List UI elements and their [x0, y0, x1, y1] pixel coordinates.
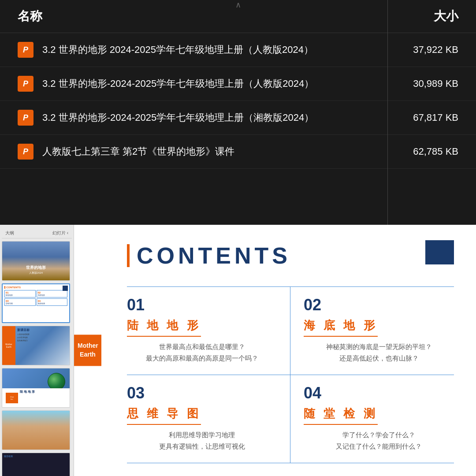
- item-1-desc-1: 世界最高点和最低点是哪里？: [159, 343, 245, 350]
- file-icon-3: [18, 144, 33, 160]
- thumb3-right-title: 新课目标: [17, 328, 68, 332]
- thumb1-title: 世界的地形: [2, 265, 70, 271]
- item-4-title: 随 堂 检 测: [304, 406, 378, 425]
- thumb3-overlay: MotherEarth: [2, 326, 15, 365]
- item-4-desc-2: 又记住了什么？能用到什么？: [336, 443, 422, 450]
- thumb6-text: 随堂检测: [2, 453, 70, 459]
- file-size-1: 30,989 KB: [370, 78, 458, 89]
- column-divider: [387, 0, 388, 225]
- file-name-2: 3.2 世界的地形-2024-2025学年七年级地理上册（湘教版2024）: [42, 111, 370, 124]
- thumb2-grid: 01 陆地地形 02 海底地形 03 思维导图 04 随堂检测: [4, 290, 67, 306]
- item-3-desc: 利用思维导图学习地理 更具有逻辑性，让思维可视化: [127, 429, 277, 452]
- contents-grid: 01 陆 地 地 形 世界最高点和最低点是哪里？ 最大的高原和最高的高原是同一个…: [96, 286, 454, 463]
- item-3-desc-2: 更具有逻辑性，让思维可视化: [159, 443, 245, 450]
- file-item[interactable]: 3.2 世界的地形-2024-2025学年七年级地理上册（湘教版2024） 67…: [0, 101, 476, 135]
- file-items-container: 3.2 世界的地形 2024-2025学年七年级地理上册（人教版2024） 37…: [0, 33, 476, 169]
- file-icon-2: [18, 110, 33, 126]
- thumb3-right: 新课目标 人类的地理视野 认识世界地形 提高素养能力: [17, 328, 68, 342]
- content-item-4: 04 随 堂 检 测 学了什么？学会了什么？ 又记住了什么？能用到什么？: [290, 375, 454, 463]
- file-size-2: 67,817 KB: [370, 112, 458, 123]
- orange-bar: [127, 244, 130, 267]
- item-3-title: 思 维 导 图: [127, 406, 201, 425]
- file-icon-1: [18, 76, 33, 92]
- item-1-desc: 世界最高点和最低点是哪里？ 最大的高原和最高的高原是同一个吗？: [127, 341, 277, 364]
- file-list-section: ∧ 名称 大小 3.2 世界的地形 2024-2025学年七年级地理上册（人教版…: [0, 0, 476, 225]
- slide-thumb-6[interactable]: 随堂检测: [2, 453, 70, 476]
- thumb1-subtitle: 人教版2024: [2, 271, 70, 275]
- file-size-0: 37,922 KB: [370, 44, 458, 56]
- slide-thumb-2[interactable]: CONTENTS 01 陆地地形 02 海底地形 03 思维导图: [2, 283, 70, 323]
- slide-thumb-4[interactable]: Chuther 陆 地 地 形: [2, 368, 70, 408]
- thumb2-item-1: 01 陆地地形: [4, 290, 36, 298]
- slide-thumb-1[interactable]: 世界的地形 人教版2024: [2, 241, 70, 281]
- contents-header: CONTENTS: [96, 242, 454, 269]
- slide-thumb-5[interactable]: [2, 410, 70, 450]
- sidebar-label: 大纲: [5, 230, 14, 236]
- thumb2-header: CONTENTS: [4, 286, 67, 289]
- thumb4-label: 陆 地 地 形: [20, 390, 35, 394]
- file-name-3: 人教版七上第三章 第2节《世界的地形》课件: [42, 145, 370, 158]
- content-item-3: 03 思 维 导 图 利用思维导图学习地理 更具有逻辑性，让思维可视化: [127, 375, 290, 463]
- file-icon-0: [18, 42, 33, 58]
- column-name-header: 名称: [18, 8, 370, 25]
- file-item[interactable]: 人教版七上第三章 第2节《世界的地形》课件 62,785 KB: [0, 135, 476, 169]
- contents-title: CONTENTS: [137, 242, 291, 269]
- main-slide-content: MotherEarth CONTENTS 01 陆 地 地 形 世界最高点和最低…: [74, 225, 476, 476]
- content-item-2: 02 海 底 地 形 神秘莫测的海底是一望无际的平坦？ 还是高低起伏，也有山脉？: [290, 286, 454, 375]
- item-4-desc: 学了什么？学会了什么？ 又记住了什么？能用到什么？: [304, 429, 454, 452]
- file-size-3: 62,785 KB: [370, 146, 458, 157]
- sidebar-top-bar: 大纲 幻灯片 ‹: [2, 228, 72, 238]
- thumb3-text: MotherEarth: [4, 342, 13, 349]
- file-item[interactable]: 3.2 世界的地形-2024-2025学年七年级地理上册（人教版2024） 30…: [0, 67, 476, 101]
- thumb4-globe: [48, 373, 65, 388]
- column-size-header: 大小: [370, 8, 458, 25]
- thumb2-item-2: 02 海底地形: [37, 290, 68, 298]
- item-2-desc-1: 神秘莫测的海底是一望无际的平坦？: [326, 343, 432, 350]
- thumb2-content: CONTENTS 01 陆地地形 02 海底地形 03 思维导图: [3, 284, 69, 308]
- file-item[interactable]: 3.2 世界的地形 2024-2025学年七年级地理上册（人教版2024） 37…: [0, 33, 476, 67]
- item-2-title: 海 底 地 形: [304, 318, 378, 337]
- item-4-desc-1: 学了什么？学会了什么？: [342, 431, 415, 439]
- slide-sidebar: 大纲 幻灯片 ‹ 世界的地形 人教版2024 CONTENTS 01 陆地地形 …: [0, 225, 74, 476]
- slide-thumb-3[interactable]: MotherEarth 新课目标 人类的地理视野 认识世界地形 提高素养能力: [2, 326, 70, 365]
- item-1-number: 01: [127, 296, 277, 314]
- thumb2-blue-square: [63, 286, 68, 291]
- item-2-number: 02: [304, 296, 454, 314]
- thumb2-item-4: 04 随堂检测: [37, 298, 68, 306]
- sidebar-toggle[interactable]: 幻灯片 ‹: [52, 230, 68, 236]
- item-2-desc-2: 还是高低起伏，也有山脉？: [339, 354, 419, 362]
- item-2-desc: 神秘莫测的海底是一望无际的平坦？ 还是高低起伏，也有山脉？: [304, 341, 454, 364]
- file-name-0: 3.2 世界的地形 2024-2025学年七年级地理上册（人教版2024）: [42, 43, 370, 56]
- item-1-desc-2: 最大的高原和最高的高原是同一个吗？: [146, 354, 258, 362]
- blue-square-decoration: [425, 240, 454, 264]
- thumb4-orange-box: Chuther: [6, 393, 18, 403]
- content-item-1: 01 陆 地 地 形 世界最高点和最低点是哪里？ 最大的高原和最高的高原是同一个…: [127, 286, 290, 375]
- presentation-section: 大纲 幻灯片 ‹ 世界的地形 人教版2024 CONTENTS 01 陆地地形 …: [0, 225, 476, 476]
- file-name-1: 3.2 世界的地形-2024-2025学年七年级地理上册（人教版2024）: [42, 77, 370, 90]
- scroll-indicator: ∧: [235, 0, 241, 10]
- item-3-number: 03: [127, 384, 277, 402]
- item-3-desc-1: 利用思维导图学习地理: [169, 431, 235, 439]
- item-1-title: 陆 地 地 形: [127, 318, 201, 337]
- item-4-number: 04: [304, 384, 454, 402]
- thumb4-orange-text: Chuther: [10, 396, 14, 400]
- thumb2-item-3: 03 思维导图: [4, 298, 36, 306]
- thumb4-top: [2, 368, 70, 388]
